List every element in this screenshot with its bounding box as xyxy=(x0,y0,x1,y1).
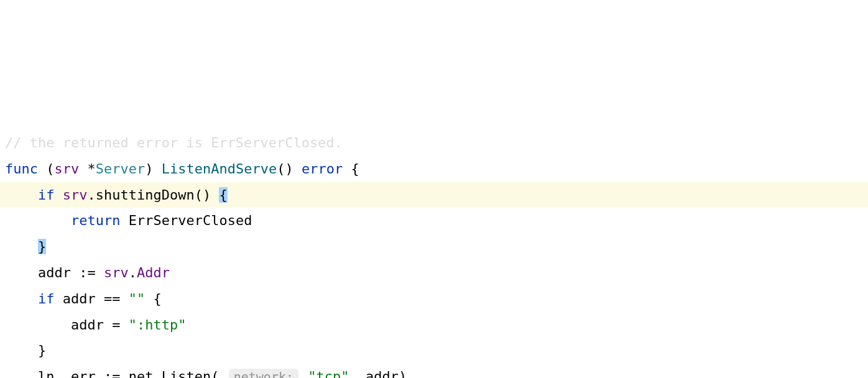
arg-addr: addr xyxy=(366,369,399,378)
string-empty: "" xyxy=(129,291,145,307)
matched-brace-close: } xyxy=(38,239,46,254)
brace-open: { xyxy=(351,161,359,177)
keyword-if: if xyxy=(38,291,55,307)
code-line: } xyxy=(0,234,868,260)
code-line: return ErrServerClosed xyxy=(0,208,868,234)
code-line: if addr == "" { xyxy=(0,286,868,312)
brace-close: } xyxy=(38,343,46,358)
call-parens: () xyxy=(195,187,211,203)
pkg-net: net xyxy=(129,369,154,378)
keyword-func: func xyxy=(5,161,38,177)
star-op: * xyxy=(87,161,95,177)
code-line: } xyxy=(0,338,868,364)
code-line-comment: // the returned error is ErrServerClosed… xyxy=(0,130,868,156)
vars-ln-err: ln, err xyxy=(38,369,96,378)
receiver-type: Server xyxy=(96,161,145,177)
return-type: error xyxy=(302,161,343,177)
paren-open: ( xyxy=(211,369,219,378)
string-http: ":http" xyxy=(129,317,187,333)
paren-close: ) xyxy=(399,369,407,378)
keyword-return: return xyxy=(71,213,120,228)
paren-open: ( xyxy=(46,161,54,177)
comment-text: // the returned error is ErrServerClosed… xyxy=(5,135,343,150)
code-line: addr = ":http" xyxy=(0,312,868,338)
params: () xyxy=(277,161,293,177)
dot-op: . xyxy=(87,187,95,203)
receiver-var: srv xyxy=(54,161,79,177)
method-call: shuttingDown xyxy=(96,187,195,203)
field-addr: Addr xyxy=(137,265,170,280)
assign-op: := xyxy=(79,265,96,280)
string-tcp: "tcp" xyxy=(308,369,349,378)
cursor-brace-open: { xyxy=(219,187,227,203)
receiver-ref: srv xyxy=(63,187,88,203)
code-editor[interactable]: // the returned error is ErrServerClosed… xyxy=(0,104,868,378)
return-value: ErrServerClosed xyxy=(129,213,252,228)
var-addr: addr xyxy=(63,291,96,307)
code-line: func (srv *Server) ListenAndServe() erro… xyxy=(0,156,868,182)
dot-op: . xyxy=(129,265,137,280)
receiver-ref: srv xyxy=(104,265,129,280)
param-hint: network: xyxy=(229,369,298,378)
keyword-if: if xyxy=(38,187,55,203)
code-line: ln, err := net.Listen( network: "tcp", a… xyxy=(0,364,868,378)
func-listen: Listen xyxy=(162,369,211,378)
code-line-highlighted: if srv.shuttingDown() { xyxy=(0,182,868,208)
var-addr: addr xyxy=(38,265,71,280)
assign-op: := xyxy=(104,369,121,378)
code-line: addr := srv.Addr xyxy=(0,260,868,286)
eq-op: == xyxy=(104,291,121,307)
dot-op: . xyxy=(153,369,161,378)
comma: , xyxy=(349,369,358,378)
brace-open: { xyxy=(153,291,161,307)
assign-op: = xyxy=(112,317,120,333)
var-addr: addr xyxy=(71,317,104,333)
method-name: ListenAndServe xyxy=(162,161,277,177)
paren-close: ) xyxy=(145,161,153,177)
